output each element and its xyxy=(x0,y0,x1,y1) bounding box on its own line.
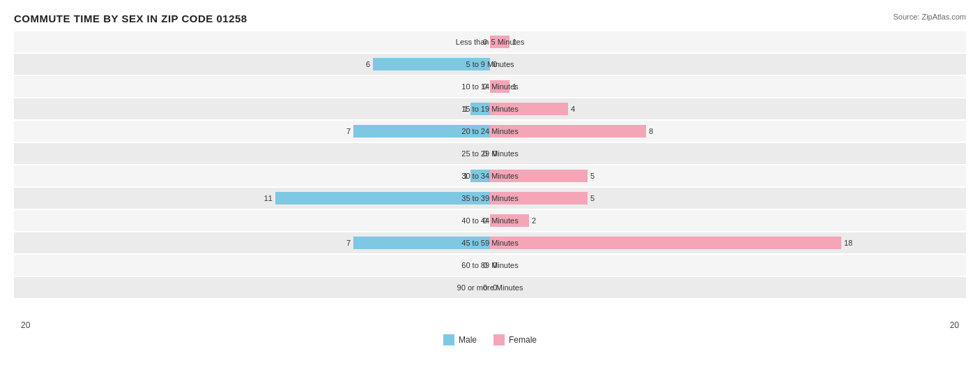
right-side: 4 xyxy=(490,98,966,119)
bar-row: 11535 to 39 Minutes xyxy=(14,188,966,209)
male-value: 0 xyxy=(483,82,490,91)
left-side: 0 xyxy=(14,255,490,276)
left-side: 0 xyxy=(14,143,490,164)
female-value: 0 xyxy=(490,60,497,68)
chart-title: COMMUTE TIME BY SEX IN ZIP CODE 01258 xyxy=(14,13,247,24)
bar-row: 1530 to 34 Minutes xyxy=(14,165,966,186)
male-value: 0 xyxy=(483,38,490,46)
male-value: 0 xyxy=(483,149,490,158)
right-side: 18 xyxy=(490,232,966,253)
left-side: 0 xyxy=(14,76,490,97)
legend-male: Male xyxy=(443,334,477,345)
male-color-box xyxy=(443,334,454,345)
male-bar: 11 xyxy=(275,192,490,204)
female-value: 0 xyxy=(490,149,497,158)
right-side: 5 xyxy=(490,165,966,186)
male-bar: 7 xyxy=(353,125,490,137)
bar-row: 0090 or more Minutes xyxy=(14,277,966,298)
female-value: 18 xyxy=(841,239,852,247)
bar-row: 01Less than 5 Minutes xyxy=(14,31,966,52)
female-value: 0 xyxy=(490,283,497,292)
legend-female: Female xyxy=(493,334,537,345)
male-value: 6 xyxy=(366,60,373,68)
right-side: 8 xyxy=(490,121,966,142)
female-bar: 1 xyxy=(490,80,510,93)
female-bar: 8 xyxy=(490,125,646,137)
left-side: 7 xyxy=(14,232,490,253)
bar-row: 0025 to 29 Minutes xyxy=(14,143,966,164)
left-side: 1 xyxy=(14,98,490,119)
male-bar: 1 xyxy=(470,170,490,182)
bar-row: 7820 to 24 Minutes xyxy=(14,121,966,142)
right-side: 2 xyxy=(490,210,966,231)
right-side: 0 xyxy=(490,143,966,164)
bar-row: 605 to 9 Minutes xyxy=(14,54,966,75)
male-value: 11 xyxy=(264,194,275,202)
right-side: 1 xyxy=(490,31,966,52)
left-side: 6 xyxy=(14,54,490,75)
male-value: 0 xyxy=(483,261,490,269)
female-bar: 2 xyxy=(490,214,529,227)
male-bar: 6 xyxy=(373,58,490,70)
left-side: 0 xyxy=(14,31,490,52)
male-value: 7 xyxy=(346,127,353,135)
right-side: 5 xyxy=(490,188,966,209)
right-side: 0 xyxy=(490,54,966,75)
left-side: 0 xyxy=(14,277,490,298)
left-side: 7 xyxy=(14,121,490,142)
male-bar: 7 xyxy=(353,237,490,249)
axis-left: 20 xyxy=(14,320,490,330)
female-value: 8 xyxy=(646,127,653,135)
male-value: 1 xyxy=(464,105,470,113)
axis-right: 20 xyxy=(490,320,966,330)
female-value: 5 xyxy=(588,194,595,202)
chart-container: COMMUTE TIME BY SEX IN ZIP CODE 01258 So… xyxy=(0,0,980,365)
female-color-box xyxy=(493,334,505,345)
legend: Male Female xyxy=(14,334,966,345)
chart-area: 01Less than 5 Minutes605 to 9 Minutes011… xyxy=(14,31,966,318)
bar-row: 0110 to 14 Minutes xyxy=(14,76,966,97)
title-row: COMMUTE TIME BY SEX IN ZIP CODE 01258 So… xyxy=(14,13,966,24)
right-side: 0 xyxy=(490,277,966,298)
bar-row: 0060 to 89 Minutes xyxy=(14,255,966,276)
male-label: Male xyxy=(459,335,477,345)
male-value: 7 xyxy=(346,239,353,247)
right-side: 1 xyxy=(490,76,966,97)
female-value: 0 xyxy=(490,261,497,269)
bar-row: 0240 to 44 Minutes xyxy=(14,210,966,231)
female-bar: 1 xyxy=(490,36,510,48)
female-value: 5 xyxy=(588,172,595,180)
female-value: 4 xyxy=(568,105,575,113)
left-side: 11 xyxy=(14,188,490,209)
female-bar: 5 xyxy=(490,170,588,182)
axis-row: 20 20 xyxy=(14,320,966,330)
female-bar: 4 xyxy=(490,103,568,115)
right-side: 0 xyxy=(490,255,966,276)
bar-row: 71845 to 59 Minutes xyxy=(14,232,966,253)
female-bar: 5 xyxy=(490,192,588,204)
male-value: 0 xyxy=(483,216,490,225)
female-label: Female xyxy=(509,335,537,345)
female-value: 2 xyxy=(529,216,536,225)
female-bar: 18 xyxy=(490,237,841,249)
bar-row: 1415 to 19 Minutes xyxy=(14,98,966,119)
female-value: 1 xyxy=(510,82,516,91)
male-value: 0 xyxy=(483,283,490,292)
male-value: 1 xyxy=(464,172,470,180)
female-value: 1 xyxy=(510,38,516,46)
left-side: 1 xyxy=(14,165,490,186)
left-side: 0 xyxy=(14,210,490,231)
male-bar: 1 xyxy=(470,103,490,115)
source-text: Source: ZipAtlas.com xyxy=(893,13,966,21)
